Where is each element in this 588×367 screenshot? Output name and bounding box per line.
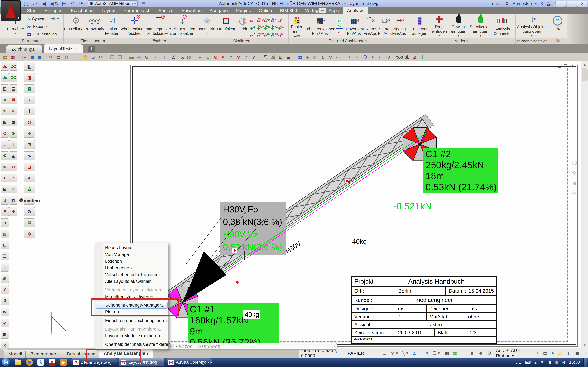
scale-toggle[interactable]: Mby ⊗	[257, 16, 264, 23]
media-app-icon[interactable]: ▶	[60, 359, 67, 366]
language-indicator[interactable]: DE	[515, 360, 521, 365]
context-menu-item[interactable]	[95, 324, 168, 326]
a360-icon[interactable]: △▾	[547, 1, 552, 6]
restore-button[interactable]: ❐	[567, 1, 577, 7]
lambda-app-icon[interactable]: λ	[37, 359, 44, 366]
ribbon-tab[interactable]: Start	[23, 7, 41, 14]
drawing-area[interactable]: ▂ ❐ ✕	[0, 61, 581, 348]
draufsicht-button[interactable]: Draufsicht▾	[217, 15, 235, 38]
status-toggle-icon[interactable]: ∟	[382, 350, 387, 356]
toolbar-icon[interactable]: ?	[70, 53, 78, 60]
toolbar-icon[interactable]: ◳	[20, 53, 28, 60]
exchange-apps-icon[interactable]: Χ	[540, 1, 544, 7]
qat-overflow-icon[interactable]: ≣	[140, 1, 146, 6]
toolbar-icon[interactable]: ⟳	[97, 53, 104, 60]
new-drawing-tab-button[interactable]: ✛	[88, 46, 95, 52]
autocad-app-icon[interactable]: A	[48, 359, 56, 366]
command-input[interactable]: Befehl eingeben	[179, 344, 220, 349]
toolbar-icon[interactable]: ⊙	[143, 53, 150, 60]
context-menu-item[interactable]	[95, 285, 168, 287]
scale-toggle[interactable]: Mby ⊕	[257, 23, 264, 30]
toolbar-icon[interactable]: ↷	[151, 53, 158, 60]
toolbar-icon[interactable]: ❏	[109, 53, 116, 60]
status-toggle-icon[interactable]: ▭ ▾	[420, 350, 428, 356]
toolbar-icon[interactable]: ✕	[220, 53, 227, 60]
command-options-icon[interactable]: ▾	[176, 345, 177, 348]
status-toggle-icon[interactable]: +	[375, 350, 378, 356]
ribbon-collapse-button[interactable]: ▴▾	[319, 8, 326, 13]
toolbar-icon[interactable]: ▣	[28, 53, 35, 60]
gewicht-einfuegen-button[interactable]: Gewichteinfügen▾	[449, 15, 468, 38]
workspace-switcher[interactable]: ⚙ AutoSTAGE Ribbon ▾	[88, 0, 138, 7]
ribbon-tab[interactable]: Online	[255, 7, 276, 14]
toolbar-icon[interactable]: ⊗	[235, 53, 242, 60]
rigging-ein-aus-button[interactable]: ⊢ ⊗ RiggingEin/Aus	[392, 15, 406, 38]
ribbon-tab[interactable]: Einfügen	[41, 7, 67, 14]
context-menu-item[interactable]: Vorheriges Layout aktivieren	[95, 287, 168, 293]
toolbar-icon[interactable]: ƒ	[242, 53, 250, 60]
command-expand-icon[interactable]: ▴	[334, 344, 335, 348]
ribbon-tab[interactable]: Ansicht	[155, 7, 177, 14]
toolbar-icon[interactable]: ❍	[361, 53, 369, 60]
status-toggle-icon[interactable]: ≡	[583, 350, 586, 356]
context-menu-item[interactable]: Löschen	[95, 258, 168, 265]
status-toggle-icon[interactable]: ╲ ▾	[402, 350, 408, 356]
toolbar-icon[interactable]: ✋	[82, 53, 89, 60]
ribbon-tab[interactable]: Beschriften	[67, 7, 98, 14]
toolbar-icon[interactable]: ◈	[197, 53, 204, 60]
toolbar-icon[interactable]: ▤	[1, 53, 9, 60]
status-toggle-icon[interactable]: ●	[551, 350, 554, 356]
toolbar-icon[interactable]: ⊞	[277, 53, 284, 60]
context-menu-item[interactable]	[95, 339, 168, 341]
toolbar-icon[interactable]: ▣	[36, 53, 43, 60]
ribbon-tab[interactable]: Verwalten	[177, 7, 206, 14]
tray-icon[interactable]: ▥	[555, 360, 559, 365]
scale-toggle[interactable]: tz ⊖	[250, 30, 257, 37]
scale-toggle[interactable]: dz ⊕	[278, 23, 285, 30]
tray-icon[interactable]: ▴	[534, 360, 536, 365]
file-tab[interactable]: Zeichnung1	[6, 45, 43, 53]
toolbar-icon[interactable]: ⚙	[63, 53, 70, 60]
scale-toggle[interactable]: Fqz ⊖	[264, 30, 271, 37]
showonly-button[interactable]: ◎◎ ShowOnly	[86, 15, 103, 38]
toolbar-icon[interactable]: ▤	[55, 53, 62, 60]
plot-icon[interactable]: ▤	[61, 1, 67, 6]
redo-icon[interactable]: ↷▾	[79, 1, 85, 6]
haengepunkte-zuruecksetzen-button[interactable]: ⊤ ⊘ Hängepunkte zurücksetzen	[148, 15, 171, 38]
toolbar-icon[interactable]: ◆	[304, 53, 311, 60]
status-toggle-icon[interactable]: ⚠	[558, 350, 562, 356]
file-tab[interactable]: LayoutTest* ✕	[43, 44, 83, 53]
context-menu-item[interactable]: Umbenennen	[95, 265, 168, 271]
status-toggle-icon[interactable]: ∠	[412, 350, 416, 356]
save-as-icon[interactable]: ▣✎	[50, 1, 58, 6]
clock[interactable]: 16:30	[569, 360, 580, 365]
toolbar-icon[interactable]: ○	[227, 53, 234, 60]
export-button[interactable]: ≫ Export▾	[27, 23, 59, 30]
toolbar-icon[interactable]: ◐	[377, 53, 384, 60]
scroll-up-icon[interactable]: ▲	[582, 61, 588, 67]
analysis-connector-button[interactable]: ▥ ▥ AnalysisConnector	[493, 15, 513, 38]
toolbar-icon[interactable]: Tx	[177, 53, 185, 60]
scale-toggle[interactable]: dz ⊖	[278, 30, 285, 37]
toolbar-icon[interactable]: ⌀	[319, 53, 327, 60]
close-button[interactable]: ✕	[577, 1, 587, 7]
isometrie-button[interactable]: ◈ Isometrie▾	[198, 15, 216, 38]
status-toggle-icon[interactable]: ▩	[445, 350, 449, 356]
minimize-button[interactable]: —	[556, 1, 566, 7]
toolbar-icon[interactable]: ▦	[9, 53, 16, 60]
toolbar-icon[interactable]: ⬡	[384, 53, 391, 60]
status-toggle-icon[interactable]: ▤	[543, 350, 547, 356]
show-desktop-button[interactable]	[583, 358, 587, 367]
undo-icon[interactable]: ↶▾	[70, 1, 76, 6]
fixtures-ein-aus-button[interactable]: ⌒ ⊗ FixturesEin/Aus	[363, 15, 377, 38]
ribbon-tab[interactable]: Analysis	[343, 7, 368, 14]
toolbar-icon[interactable]: ⌖	[346, 53, 353, 60]
ribbon-tab[interactable]: Parametrisch	[120, 7, 155, 14]
scale-toggle[interactable]: Mby ⊖	[257, 30, 264, 37]
status-toggle-icon[interactable]: ⬚	[461, 350, 466, 356]
toolbar-icon[interactable]: ⇱	[262, 53, 269, 60]
signin-chevron-icon[interactable]: ▾	[535, 2, 537, 5]
context-menu-item[interactable]: Layout als Plan importieren...	[95, 326, 168, 333]
traversen-ein-aus-button[interactable]: ▦ ⊗ TraversenEin/Aus	[345, 15, 363, 38]
context-menu-item[interactable]: Von Vorlage...	[95, 251, 168, 258]
